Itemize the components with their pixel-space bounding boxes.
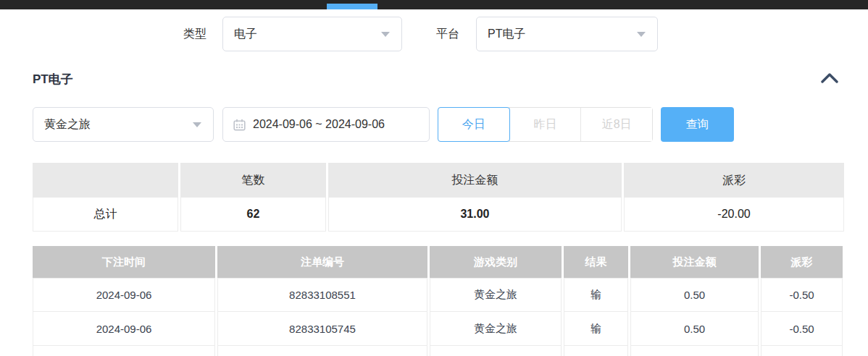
last-8-days-button[interactable]: 近8日 [580,108,652,141]
bet-records-page: 类型 电子 平台 PT电子 PT电子 黄金之旅 [0,0,868,356]
summary-header-empty [33,163,178,198]
today-button[interactable]: 今日 [438,107,510,142]
summary-total-count: 62 [180,198,326,232]
summary-header-row: 笔数 投注金额 派彩 [33,163,844,198]
cell-game: 黄金之旅 [430,278,562,312]
summary-total-payout: -20.00 [624,198,844,232]
summary-total-row: 总计 62 31.00 -20.00 [33,198,844,232]
summary-header-payout: 派彩 [624,163,844,198]
cell-time: 2024-09-06 [33,312,215,346]
detail-header-result: 结果 [564,246,628,278]
platform-select[interactable]: PT电子 [476,17,658,51]
chevron-down-icon [381,32,390,37]
type-select[interactable]: 电子 [222,17,402,51]
detail-header-row: 下注时间 注单编号 游戏类别 结果 投注金额 派彩 [33,246,843,278]
detail-header-game: 游戏类别 [430,246,562,278]
top-navigation-bar [0,0,868,9]
bet-detail-table: 下注时间 注单编号 游戏类别 结果 投注金额 派彩 2024-09-06 828… [33,246,843,356]
cell-time: 2024-09-06 [33,278,215,312]
summary-header-count: 笔数 [180,163,326,198]
chevron-down-icon [193,122,201,127]
summary-table: 笔数 投注金额 派彩 总计 62 31.00 -20.00 [33,163,844,232]
active-tab-indicator[interactable] [327,4,377,9]
table-row-partial [33,346,843,356]
cell-bet: 0.50 [630,278,759,312]
detail-header-time: 下注时间 [33,246,215,278]
game-select-value: 黄金之旅 [33,117,193,132]
detail-header-order: 注单编号 [217,246,427,278]
summary-header-bet-amount: 投注金额 [328,163,622,198]
search-button[interactable]: 查询 [661,107,734,142]
platform-filter-label: 平台 [436,17,459,51]
summary-total-bet-amount: 31.00 [328,198,622,232]
game-select[interactable]: 黄金之旅 [33,107,214,142]
collapse-section-button[interactable] [821,71,838,85]
detail-header-payout: 派彩 [761,246,843,278]
platform-select-value: PT电子 [477,27,637,42]
cell-game: 黄金之旅 [430,312,562,346]
yesterday-button[interactable]: 昨日 [509,108,581,141]
cell-result: 输 [564,312,628,346]
type-select-value: 电子 [223,27,381,42]
summary-total-label: 总计 [33,198,178,232]
date-range-value: 2024-09-06 ~ 2024-09-06 [253,118,385,131]
cell-payout: -0.50 [761,278,843,312]
chevron-up-icon [821,73,838,83]
cell-payout: -0.50 [761,312,843,346]
section-title: PT电子 [33,71,73,88]
cell-order: 82833108551 [217,278,427,312]
detail-header-bet: 投注金额 [630,246,759,278]
cell-bet: 0.50 [630,312,759,346]
quick-range-button-group: 今日 昨日 近8日 [438,107,653,142]
chevron-down-icon [637,32,646,37]
type-filter-label: 类型 [183,17,206,51]
table-row: 2024-09-06 82833108551 黄金之旅 输 0.50 -0.50 [33,278,843,312]
date-range-picker[interactable]: 2024-09-06 ~ 2024-09-06 [222,107,430,142]
cell-result: 输 [564,278,628,312]
table-row: 2024-09-06 82833105745 黄金之旅 输 0.50 -0.50 [33,312,843,346]
calendar-icon [233,119,246,131]
cell-order: 82833105745 [217,312,427,346]
